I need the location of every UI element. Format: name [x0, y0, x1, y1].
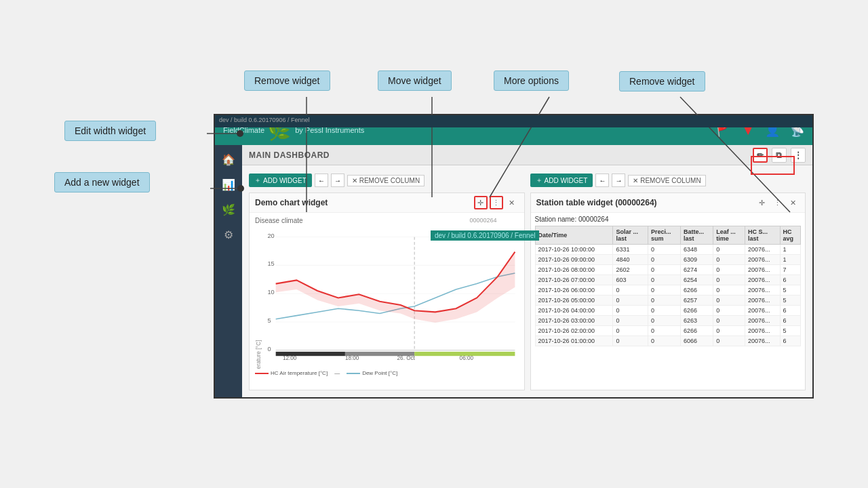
table-cell: 0: [648, 296, 681, 306]
th-leaf: Leaf ...time: [713, 226, 745, 245]
sidebar: 🏠 📊 🌿 ⚙: [215, 145, 242, 399]
table-body: 2017-10-26 10:00:00633106348020076...120…: [535, 245, 801, 346]
table-row: 2017-10-26 07:00:0060306254020076...6: [535, 275, 801, 285]
sidebar-home-icon[interactable]: 🏠: [219, 150, 238, 169]
table-cell: 603: [613, 275, 648, 285]
table-row: 2017-10-26 02:00:00006266020076...5: [535, 326, 801, 336]
edit-width-widget-label: Edit width widget: [75, 125, 146, 136]
col1-move-widget-button[interactable]: ✛: [474, 196, 488, 209]
table-cell: 6309: [680, 255, 713, 265]
table-cell: 20076...: [745, 275, 780, 285]
more-options-tooltip: More options: [494, 70, 569, 91]
table-cell: 20076...: [745, 255, 780, 265]
edit-dashboard-button[interactable]: ✏: [753, 148, 768, 163]
col1-toolbar: ＋ ADD WIDGET ← → ✕ REMOVE COLUMN: [249, 172, 525, 188]
table-cell: 0: [613, 296, 648, 306]
col1-remove-widget-button[interactable]: ✕: [505, 196, 519, 209]
col2-remove-widget-button[interactable]: ✕: [786, 196, 800, 209]
table-cell: 4840: [613, 255, 648, 265]
dev-info: dev / build 0.6.20170906 / Fennel: [431, 230, 539, 241]
col2-more-options-button[interactable]: ⋮: [770, 196, 784, 209]
col2-widget: Station table widget (00000264) ✛ ⋮ ✕ St…: [530, 192, 806, 390]
remove-widget-left-label: Remove widget: [254, 75, 320, 86]
table-cell: 0: [648, 285, 681, 296]
columns-container: ＋ ADD WIDGET ← → ✕ REMOVE COLUMN Demo ch…: [242, 165, 812, 397]
table-cell: 0: [648, 326, 681, 336]
column-1: ＋ ADD WIDGET ← → ✕ REMOVE COLUMN Demo ch…: [246, 169, 528, 393]
svg-text:15: 15: [267, 260, 274, 267]
sidebar-leaf-icon[interactable]: 🌿: [219, 201, 238, 219]
table-cell: 6: [780, 316, 800, 326]
svg-text:18:00: 18:00: [345, 355, 359, 361]
copy-dashboard-button[interactable]: ⧉: [772, 148, 787, 163]
col2-remove-column-button[interactable]: ✕ REMOVE COLUMN: [628, 175, 705, 186]
svg-text:20: 20: [267, 232, 274, 239]
dev-info-text: dev / build 0.6.20170906 / Fennel: [219, 117, 310, 123]
table-cell: 5: [780, 296, 800, 306]
table-cell: 0: [613, 285, 648, 296]
table-cell: 2017-10-26 03:00:00: [535, 316, 613, 326]
legend-item-temp: HC Air temperature [°C]: [255, 370, 328, 376]
svg-rect-26: [276, 352, 345, 356]
svg-text:0: 0: [267, 346, 271, 352]
add-new-widget-tooltip: Add a new widget: [54, 172, 150, 192]
table-row: 2017-10-26 06:00:00006266020076...5: [535, 285, 801, 296]
remove-widget-right-tooltip: Remove widget: [619, 71, 705, 92]
table-cell: 0: [713, 275, 745, 285]
table-cell: 6257: [680, 296, 713, 306]
table-cell: 0: [648, 275, 681, 285]
app-window: dev / build 0.6.20170906 / Fennel FieldC…: [214, 114, 814, 399]
col2-table-container[interactable]: Station name: 00000264 Date/Time Solar .…: [531, 213, 806, 390]
svg-rect-28: [414, 352, 515, 356]
table-cell: 20076...: [745, 306, 780, 316]
table-cell: 0: [648, 336, 681, 346]
th-datetime: Date/Time: [535, 226, 613, 245]
table-cell: 20076...: [745, 265, 780, 275]
col1-widget-actions: ✛ ⋮ ✕: [474, 196, 519, 209]
remove-widget-left-tooltip: Remove widget: [244, 70, 330, 91]
col2-toolbar: ＋ ADD WIDGET ← → ✕ REMOVE COLUMN: [530, 172, 806, 188]
table-cell: 1: [780, 255, 800, 265]
col1-chart-legend: HC Air temperature [°C] — Dew Point [°C]: [255, 370, 519, 376]
table-cell: 6266: [680, 285, 713, 296]
table-row: 2017-10-26 01:00:00006066020076...6: [535, 336, 801, 346]
table-cell: 6348: [680, 245, 713, 255]
col2-arrow-right-button[interactable]: →: [612, 174, 625, 187]
svg-text:26. Oct: 26. Oct: [397, 355, 416, 361]
table-cell: 0: [713, 245, 745, 255]
remove-widget-right-label: Remove widget: [629, 76, 695, 87]
legend-label-dew: Dew Point [°C]: [362, 370, 397, 376]
table-cell: 2017-10-26 01:00:00: [535, 336, 613, 346]
col2-arrow-left-button[interactable]: ←: [595, 174, 609, 187]
col2-widget-actions: ✛ ⋮ ✕: [755, 196, 800, 209]
legend-label-temp: HC Air temperature [°C]: [271, 370, 328, 376]
col1-arrow-right-button[interactable]: →: [331, 174, 344, 187]
col1-add-widget-button[interactable]: ＋ ADD WIDGET: [249, 174, 312, 187]
table-cell: 2017-10-26 06:00:00: [535, 285, 613, 296]
svg-text:Temperature [°C]: Temperature [°C]: [256, 340, 262, 369]
svg-rect-27: [345, 352, 414, 356]
sidebar-settings-icon[interactable]: ⚙: [221, 226, 236, 244]
col1-arrow-left-button[interactable]: ←: [315, 174, 328, 187]
table-cell: 2017-10-26 05:00:00: [535, 296, 613, 306]
svg-text:12:00: 12:00: [283, 355, 297, 361]
legend-item-dew: Dew Point [°C]: [347, 370, 397, 376]
table-cell: 0: [713, 326, 745, 336]
col2-widget-body: Station name: 00000264 Date/Time Solar .…: [531, 213, 806, 390]
col2-station-name: Station name: 00000264: [535, 216, 802, 223]
table-row: 2017-10-26 05:00:00006257020076...5: [535, 296, 801, 306]
col2-add-widget-button[interactable]: ＋ ADD WIDGET: [530, 174, 593, 187]
table-cell: 2017-10-26 08:00:00: [535, 265, 613, 275]
col1-remove-column-button[interactable]: ✕ REMOVE COLUMN: [347, 175, 425, 186]
add-new-widget-label: Add a new widget: [64, 177, 140, 188]
table-cell: 2017-10-26 07:00:00: [535, 275, 613, 285]
table-cell: 6266: [680, 326, 713, 336]
col1-more-options-button[interactable]: ⋮: [490, 196, 503, 209]
more-dashboard-button[interactable]: ⋮: [791, 148, 806, 163]
legend-separator: —: [334, 370, 340, 376]
sidebar-chart-icon[interactable]: 📊: [219, 176, 238, 194]
col2-move-widget-button[interactable]: ✛: [755, 196, 768, 209]
table-cell: 7: [780, 265, 800, 275]
col1-chart-id: 00000264: [469, 217, 496, 224]
table-cell: 20076...: [745, 326, 780, 336]
